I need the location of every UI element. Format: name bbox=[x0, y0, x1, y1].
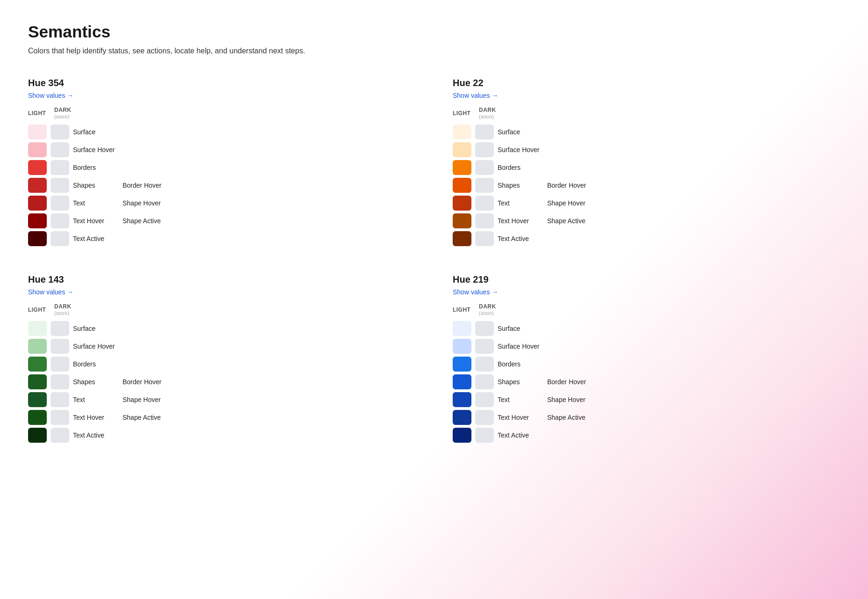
row-label: Text Active bbox=[498, 431, 540, 439]
swatch-dark bbox=[475, 357, 494, 372]
swatch-light bbox=[28, 321, 47, 336]
swatch-light bbox=[28, 339, 47, 354]
row-label: Text Hover bbox=[498, 217, 540, 225]
swatch-dark bbox=[475, 178, 494, 193]
swatch-light bbox=[28, 142, 47, 157]
hue-section-hue-354: Hue 354Show values → LIGHT DARK (soon) S… bbox=[28, 78, 415, 246]
row-label: Borders bbox=[73, 360, 115, 368]
color-row: Borders bbox=[453, 357, 840, 372]
swatch-light bbox=[28, 124, 47, 139]
hue-section-hue-219: Hue 219Show values → LIGHT DARK (soon) S… bbox=[453, 274, 840, 443]
row-label-extra: Shape Active bbox=[547, 414, 586, 421]
row-label: Text Active bbox=[73, 431, 115, 439]
swatch-light bbox=[28, 231, 47, 246]
page-title: Semantics bbox=[28, 22, 840, 41]
color-row: Surface bbox=[453, 321, 840, 336]
row-label-extra: Border Hover bbox=[547, 182, 586, 189]
page-subtitle: Colors that help identify status, see ac… bbox=[28, 47, 840, 55]
row-label-extra: Border Hover bbox=[123, 378, 161, 386]
light-col-header: LIGHT bbox=[28, 110, 47, 117]
hue-section-hue-22: Hue 22Show values → LIGHT DARK (soon) Su… bbox=[453, 78, 840, 246]
color-row: Text Active bbox=[453, 231, 840, 246]
color-row: Borders bbox=[28, 357, 415, 372]
color-row: Surface Hover bbox=[28, 339, 415, 354]
light-col-header: LIGHT bbox=[453, 110, 471, 117]
swatch-light bbox=[453, 160, 471, 175]
dark-col-header: DARK (soon) bbox=[54, 303, 73, 316]
hue-title-hue-22: Hue 22 bbox=[453, 78, 840, 88]
swatch-light bbox=[453, 374, 471, 389]
color-rows-hue-143: SurfaceSurface HoverBordersShapesBorder … bbox=[28, 321, 415, 443]
row-label: Shapes bbox=[73, 378, 115, 386]
row-label: Text Active bbox=[73, 235, 115, 242]
color-row: Surface Hover bbox=[28, 142, 415, 157]
swatch-dark bbox=[475, 374, 494, 389]
show-values-link-hue-143[interactable]: Show values → bbox=[28, 288, 73, 296]
swatch-dark bbox=[475, 428, 494, 443]
swatch-dark bbox=[51, 124, 69, 139]
row-label: Surface bbox=[498, 128, 540, 136]
color-row: Text Active bbox=[453, 428, 840, 443]
row-label: Borders bbox=[73, 164, 115, 171]
swatch-light bbox=[28, 357, 47, 372]
swatch-dark bbox=[51, 428, 69, 443]
swatch-dark bbox=[51, 178, 69, 193]
swatch-dark bbox=[475, 231, 494, 246]
row-label: Text Hover bbox=[73, 217, 115, 225]
show-values-link-hue-354[interactable]: Show values → bbox=[28, 92, 73, 99]
color-row: TextShape Hover bbox=[28, 392, 415, 407]
row-label: Text bbox=[73, 396, 115, 403]
show-values-link-hue-219[interactable]: Show values → bbox=[453, 288, 498, 296]
swatch-dark bbox=[51, 231, 69, 246]
color-rows-hue-354: SurfaceSurface HoverBordersShapesBorder … bbox=[28, 124, 415, 246]
color-row: ShapesBorder Hover bbox=[28, 374, 415, 389]
color-row: TextShape Hover bbox=[453, 196, 840, 211]
row-label: Shapes bbox=[498, 378, 540, 386]
swatch-light bbox=[453, 392, 471, 407]
swatch-dark bbox=[51, 160, 69, 175]
row-label-extra: Shape Active bbox=[547, 217, 586, 225]
column-headers-hue-143: LIGHT DARK (soon) bbox=[28, 303, 415, 316]
color-row: Surface bbox=[453, 124, 840, 139]
row-label: Borders bbox=[498, 360, 540, 368]
color-row: Surface bbox=[28, 124, 415, 139]
color-row: Text HoverShape Active bbox=[28, 213, 415, 228]
hue-title-hue-143: Hue 143 bbox=[28, 274, 415, 285]
color-row: Text HoverShape Active bbox=[453, 410, 840, 425]
row-label: Surface Hover bbox=[73, 146, 115, 153]
row-label: Text Active bbox=[498, 235, 540, 242]
swatch-dark bbox=[475, 321, 494, 336]
swatch-dark bbox=[51, 321, 69, 336]
swatch-dark bbox=[51, 339, 69, 354]
swatch-dark bbox=[475, 160, 494, 175]
row-label: Surface Hover bbox=[73, 343, 115, 350]
color-row: ShapesBorder Hover bbox=[28, 178, 415, 193]
row-label: Text bbox=[498, 396, 540, 403]
swatch-light bbox=[453, 196, 471, 211]
light-col-header: LIGHT bbox=[453, 307, 471, 313]
color-row: Text Active bbox=[28, 428, 415, 443]
row-label: Text Hover bbox=[73, 414, 115, 421]
swatch-dark bbox=[475, 213, 494, 228]
swatch-light bbox=[453, 142, 471, 157]
hue-title-hue-354: Hue 354 bbox=[28, 78, 415, 88]
swatch-light bbox=[28, 160, 47, 175]
dark-col-header: DARK (soon) bbox=[54, 107, 73, 120]
swatch-light bbox=[28, 428, 47, 443]
swatch-dark bbox=[51, 374, 69, 389]
color-row: Text HoverShape Active bbox=[28, 410, 415, 425]
show-values-link-hue-22[interactable]: Show values → bbox=[453, 92, 498, 99]
color-row: Text Active bbox=[28, 231, 415, 246]
swatch-dark bbox=[51, 357, 69, 372]
swatch-light bbox=[453, 213, 471, 228]
swatch-light bbox=[28, 196, 47, 211]
hue-grid: Hue 354Show values → LIGHT DARK (soon) S… bbox=[28, 78, 840, 443]
column-headers-hue-354: LIGHT DARK (soon) bbox=[28, 107, 415, 120]
swatch-light bbox=[28, 374, 47, 389]
column-headers-hue-22: LIGHT DARK (soon) bbox=[453, 107, 840, 120]
swatch-dark bbox=[475, 339, 494, 354]
swatch-light bbox=[28, 410, 47, 425]
color-row: TextShape Hover bbox=[453, 392, 840, 407]
color-row: TextShape Hover bbox=[28, 196, 415, 211]
swatch-dark bbox=[475, 410, 494, 425]
